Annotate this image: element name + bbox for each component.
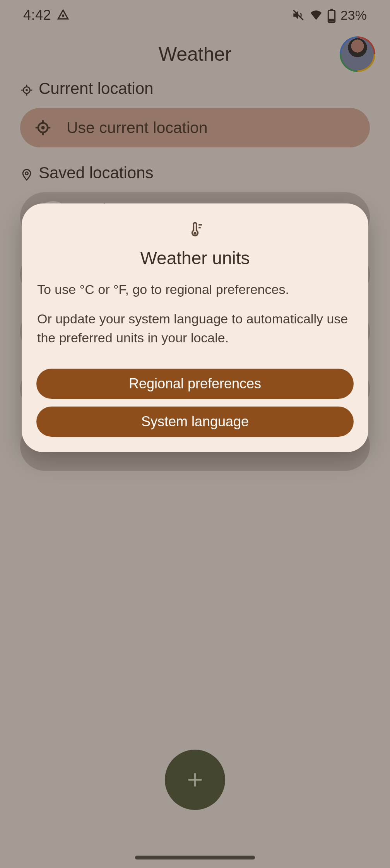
dialog-paragraph: Or update your system language to automa…	[37, 309, 353, 347]
system-language-button[interactable]: System language	[36, 407, 354, 437]
dialog-body: To use °C or °F, go to regional preferen…	[36, 280, 354, 347]
dialog-paragraph: To use °C or °F, go to regional preferen…	[37, 280, 353, 299]
thermometer-icon	[36, 221, 354, 238]
dialog-title: Weather units	[36, 248, 354, 268]
regional-preferences-button[interactable]: Regional preferences	[36, 369, 354, 399]
weather-units-dialog: Weather units To use °C or °F, go to reg…	[22, 203, 368, 452]
svg-point-20	[193, 232, 196, 235]
